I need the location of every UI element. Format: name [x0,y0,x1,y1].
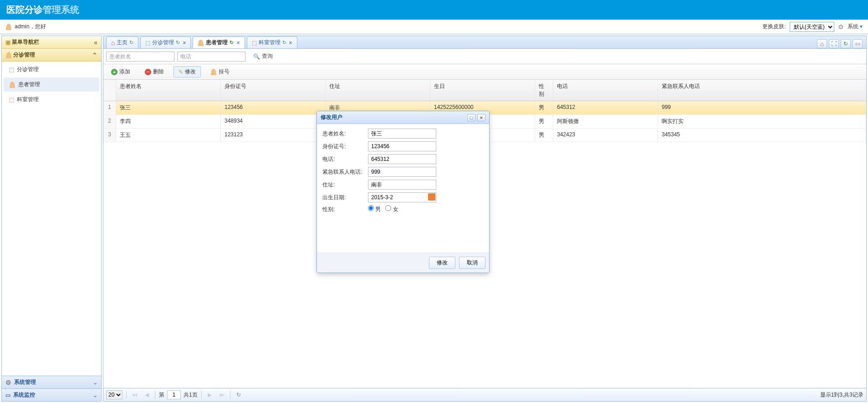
sidebar-group-header[interactable]: 分诊管理 ⌃ [2,49,101,62]
tab-department[interactable]: ⬚ 科室管理 ↻ × [247,36,297,48]
search-bar: 🔍 查询 [103,49,866,64]
maximize-button[interactable]: □ [467,114,475,121]
last-page-button[interactable]: ⏭ [217,390,226,399]
accordion-system-manage[interactable]: ⚙ 系统管理 ⌄ [2,376,101,388]
gear-icon: ⚙ [838,23,844,31]
field-label-addr: 住址: [322,181,368,189]
close-icon[interactable]: × [236,40,240,46]
expand-icon: ⌄ [93,392,97,398]
fullscreen-icon: ⛶ [831,41,837,47]
addr-input[interactable] [368,180,436,190]
delete-icon: – [145,69,151,75]
birth-input[interactable] [368,192,436,202]
refresh-icon: ↻ [843,41,848,47]
banner-part2: 管理系统 [43,5,79,15]
gear-icon: ⚙ [5,379,11,386]
tool-more-button[interactable]: ▭ [853,39,863,48]
edit-button[interactable]: ✎修改 [174,66,201,78]
col-header-emtel[interactable]: 紧急联系人电话 [658,80,866,101]
monitor-icon: ▭ [5,392,10,398]
name-input[interactable] [368,129,436,139]
query-button[interactable]: 🔍 查询 [248,51,278,62]
tool-refresh-button[interactable]: ↻ [841,39,851,48]
search-tel-input[interactable] [177,52,245,62]
add-icon: + [111,69,117,75]
col-header-sex[interactable]: 性别 [535,80,553,101]
edit-user-dialog: 修改用户 □ × 患者姓名: 身份证号: 电话: 紧急联系人电话: 住址: 出生… [317,111,490,273]
em-input[interactable] [368,167,436,177]
tool-home-button[interactable]: ⌂ [817,39,827,48]
skin-label: 更换皮肤: [762,23,786,31]
close-button[interactable]: × [477,114,485,121]
dialog-ok-button[interactable]: 修改 [429,257,455,269]
pager-info: 显示1到3,共3记录 [820,391,863,399]
system-menu[interactable]: 系统 ▾ [848,23,863,31]
sidebar-nav-header[interactable]: ▣ 菜单导航栏 « [2,36,101,49]
field-label-id: 身份证号: [322,143,368,150]
accordion-system-monitor[interactable]: ▭ 系统监控 ⌄ [2,388,101,401]
dialog-cancel-button[interactable]: 取消 [459,257,485,269]
pager: 20 ⏮ ◀ 第 共1页 ▶ ⏭ ↻ 显示1到3,共3记录 [103,388,866,401]
close-icon[interactable]: × [183,40,186,46]
calendar-icon[interactable] [428,193,435,201]
field-label-sex: 性别: [322,206,368,213]
tel-input[interactable] [368,154,436,164]
refresh-icon[interactable]: ↻ [129,40,133,46]
user-icon [210,69,217,75]
prev-page-button[interactable]: ◀ [142,390,151,399]
sex-female-radio[interactable]: 女 [385,205,398,213]
col-header-birth[interactable]: 生日 [430,80,535,101]
field-label-birth: 出生日期: [322,194,368,202]
register-button[interactable]: 挂号 [205,66,235,78]
user-icon [9,82,15,88]
delete-button[interactable]: –删除 [140,66,169,78]
tab-triage[interactable]: ⬚ 分诊管理 ↻ × [140,36,191,48]
toolbar: +添加 –删除 ✎修改 挂号 [103,64,866,80]
department-icon: ⬚ [9,97,14,103]
tab-home[interactable]: ⌂ 主页 ↻ [106,36,138,48]
collapse-icon[interactable]: « [94,39,97,46]
field-label-em: 紧急联系人电话: [322,168,368,176]
grid-header: 患者姓名 身份证号 住址 生日 性别 电话 紧急联系人电话 [103,80,866,101]
sex-male-radio[interactable]: 男 [368,205,381,213]
page-input[interactable] [167,390,181,399]
tool-fullscreen-button[interactable]: ⛶ [829,39,839,48]
tab-patient[interactable]: 患者管理 ↻ × [193,36,245,48]
banner-part1: 医院分诊 [6,5,43,15]
col-header-idcard[interactable]: 身份证号 [221,80,326,101]
page-size-select[interactable]: 20 [106,390,123,399]
hierarchy-icon: ⬚ [145,40,150,46]
page-label: 第 [159,391,164,399]
refresh-page-button[interactable]: ↻ [234,390,243,399]
refresh-icon[interactable]: ↻ [230,40,234,46]
hierarchy-icon: ⬚ [9,67,14,73]
first-page-button[interactable]: ⏮ [130,390,139,399]
col-header-addr[interactable]: 住址 [326,80,430,101]
home-icon: ⌂ [111,39,115,46]
field-label-tel: 电话: [322,155,368,163]
add-button[interactable]: +添加 [106,66,135,78]
next-page-button[interactable]: ▶ [205,390,214,399]
collapse-group-icon[interactable]: ⌃ [92,52,97,59]
user-icon [198,40,204,46]
more-icon: ▭ [855,41,860,47]
search-icon: 🔍 [253,53,260,60]
app-banner: 医院分诊管理系统 [0,0,868,20]
col-header-name[interactable]: 患者姓名 [116,80,221,101]
edit-icon: ✎ [179,69,183,75]
col-header-tel[interactable]: 电话 [553,80,658,101]
sidebar-item-triage[interactable]: ⬚ 分诊管理 [4,62,99,77]
id-input[interactable] [368,141,436,151]
sidebar: ▣ 菜单导航栏 « 分诊管理 ⌃ ⬚ 分诊管理 患者管理 ⬚ [1,36,102,402]
skin-select[interactable]: 默认(天空蓝) [790,22,834,32]
close-icon[interactable]: × [289,40,292,46]
folder-icon: ▣ [5,39,10,46]
tab-bar: ⌂ 主页 ↻ ⬚ 分诊管理 ↻ × 患者管理 ↻ × ⬚ [103,36,867,48]
refresh-icon[interactable]: ↻ [176,40,180,46]
user-icon [5,24,12,30]
sidebar-item-department[interactable]: ⬚ 科室管理 [4,93,99,107]
search-name-input[interactable] [106,52,174,62]
dialog-header[interactable]: 修改用户 □ × [317,111,489,124]
sidebar-item-patient[interactable]: 患者管理 [4,78,99,92]
refresh-icon[interactable]: ↻ [282,40,286,46]
